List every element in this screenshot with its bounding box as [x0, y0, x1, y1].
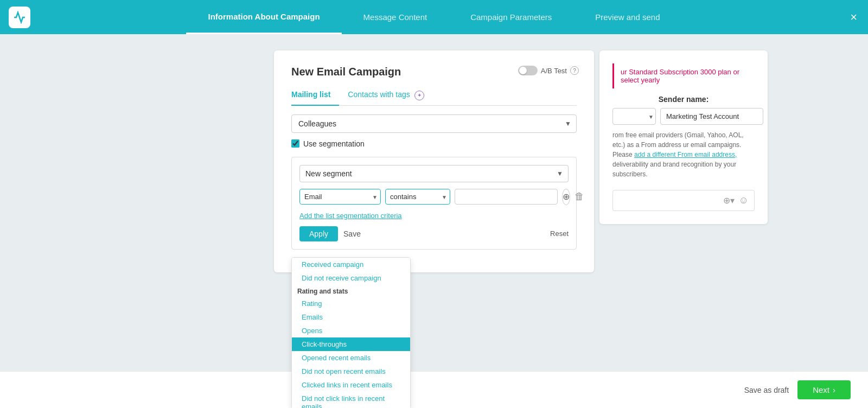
footer: Save as draft Next › — [0, 371, 868, 408]
subject-emoji-icon[interactable]: ☺ — [739, 195, 749, 206]
dropdown-item-clicked-recent[interactable]: Clicked links in recent emails — [292, 378, 410, 392]
next-icon: › — [833, 385, 835, 394]
tab-mailing-list[interactable]: Mailing list — [291, 87, 339, 106]
nav-preview-send[interactable]: Preview and send — [573, 0, 681, 34]
dropdown-item-opens[interactable]: Opens — [292, 324, 410, 337]
reset-button[interactable]: Reset — [550, 229, 569, 238]
subject-input-row: ⊕▾ ☺ — [612, 190, 755, 211]
filter-dropdown-list: Received campaign Did not receive campai… — [291, 257, 411, 409]
sender-row: ▼ — [612, 108, 755, 125]
segment-select-wrapper: New segment ▼ — [299, 165, 569, 182]
sender-name-input[interactable] — [660, 108, 763, 125]
app-header: Information About Campaign Message Conte… — [0, 0, 868, 34]
filter-op-select[interactable]: contains — [385, 189, 450, 205]
use-segmentation-checkbox[interactable] — [291, 139, 299, 148]
apply-button[interactable]: Apply — [299, 226, 338, 241]
sender-name-label: Sender name: — [612, 95, 755, 104]
filter-value-input[interactable] — [455, 189, 558, 205]
nav-campaign-parameters[interactable]: Campaign Parameters — [449, 0, 573, 34]
ab-test-toggle[interactable] — [518, 66, 538, 75]
dropdown-item-not-opened-recent[interactable]: Did not open recent emails — [292, 365, 410, 378]
dropdown-item-opened-recent[interactable]: Opened recent emails — [292, 351, 410, 365]
main-content: New Email Campaign A/B Test ? Mailing li… — [0, 34, 868, 289]
tab-contacts-tags[interactable]: Contacts with tags ✦ — [348, 87, 432, 106]
subject-insert-icon[interactable]: ⊕▾ — [723, 195, 735, 206]
ab-test-help-icon[interactable]: ? — [570, 66, 579, 75]
warning-text-2: deliverability and brand recognition by … — [612, 161, 736, 178]
upgrade-text: ur Standard Subscription 3000 plan or se… — [621, 68, 739, 84]
next-label: Next — [813, 385, 829, 394]
segmentation-box: New segment ▼ Email ▼ contains — [291, 157, 577, 250]
delete-filter-button[interactable]: 🗑 — [575, 191, 584, 202]
dropdown-item-rating[interactable]: Rating — [292, 297, 410, 310]
contacts-tags-star-icon: ✦ — [414, 91, 424, 100]
warning-text: rom free email providers (Gmail, Yahoo, … — [612, 130, 755, 179]
tab-bar: Mailing list Contacts with tags ✦ — [291, 87, 577, 106]
add-filter-button[interactable]: ⊕ — [562, 189, 570, 205]
next-button[interactable]: Next › — [797, 380, 851, 399]
nav-message-content[interactable]: Message Content — [342, 0, 449, 34]
dropdown-item-not-clicked-recent[interactable]: Did not click links in recent emails — [292, 392, 410, 409]
ab-test-label: A/B Test — [541, 67, 567, 75]
dropdown-item-not-received[interactable]: Did not receive campaign — [292, 271, 410, 285]
campaign-card: New Email Campaign A/B Test ? Mailing li… — [274, 50, 594, 272]
sender-select[interactable] — [612, 108, 656, 125]
close-button[interactable]: × — [850, 10, 857, 24]
toggle-thumb — [519, 67, 527, 74]
nav-information[interactable]: Information About Campaign — [186, 0, 341, 34]
segment-buttons-row: Apply Save Reset — [299, 226, 569, 241]
header-nav: Information About Campaign Message Conte… — [9, 0, 859, 34]
save-draft-button[interactable]: Save as draft — [744, 386, 789, 394]
add-email-link[interactable]: add a different From email address, — [634, 151, 737, 158]
filter-field-select[interactable]: Email — [299, 189, 381, 205]
ab-test-section: A/B Test ? — [518, 66, 579, 75]
sender-section: Sender name: ▼ — [612, 95, 755, 125]
mailing-list-wrapper: Colleagues ▼ — [291, 114, 577, 133]
filter-field-wrapper: Email ▼ — [299, 189, 381, 205]
filter-op-wrapper: contains ▼ — [385, 189, 450, 205]
upgrade-notice: ur Standard Subscription 3000 plan or se… — [612, 63, 755, 88]
filter-row: Email ▼ contains ▼ ⊕ 🗑 — [299, 189, 569, 205]
sender-select-wrapper: ▼ — [612, 108, 656, 125]
use-segmentation-row: Use segmentation — [291, 139, 577, 148]
add-criteria-link[interactable]: Add the list segmentation criteria — [299, 212, 402, 220]
use-segmentation-label: Use segmentation — [303, 139, 365, 148]
dropdown-group-rating: Rating and stats — [292, 285, 410, 297]
right-panel: ur Standard Subscription 3000 plan or se… — [599, 50, 768, 224]
segment-select[interactable]: New segment — [299, 165, 569, 182]
dropdown-item-clickthroughs[interactable]: Click-throughs — [292, 337, 410, 351]
mailing-list-select[interactable]: Colleagues — [291, 114, 577, 133]
dropdown-item-emails[interactable]: Emails — [292, 310, 410, 324]
save-button[interactable]: Save — [343, 229, 361, 238]
dropdown-item-received[interactable]: Received campaign — [292, 258, 410, 271]
